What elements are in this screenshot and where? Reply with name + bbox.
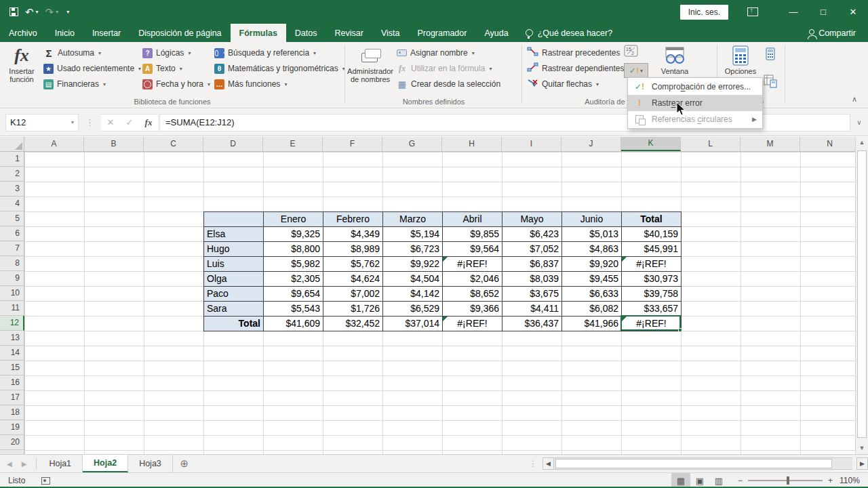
ribbon-item-rastrear-precedentes[interactable]: Rastrear precedentes [527, 46, 624, 60]
formula-bar-splitter[interactable]: ⋮ [79, 117, 101, 127]
table-cell[interactable]: Hugo [204, 242, 264, 257]
table-cell[interactable]: $41,609 [264, 317, 323, 331]
page-break-view-button[interactable]: ▥ [709, 473, 728, 488]
calculate-now-icon[interactable] [765, 47, 776, 61]
column-header-n[interactable]: N [800, 137, 860, 151]
ribbon-item-matematicas-y-trigonometricas[interactable]: θMatemáticas y trigonométricas▾ [214, 62, 345, 75]
undo-caret-icon[interactable]: ▾ [36, 9, 39, 15]
table-cell[interactable]: $5,982 [264, 257, 323, 272]
column-header-m[interactable]: M [741, 137, 800, 151]
selected-cell-outline[interactable] [620, 315, 681, 331]
menu-item-comprobacion-de-errores[interactable]: ✓!Comprobación de errores... [628, 79, 762, 95]
table-cell[interactable]: $6,633 [562, 287, 622, 302]
insert-function-button[interactable]: fx Insertar función [3, 44, 41, 96]
tab-programador[interactable]: Programador [408, 24, 475, 42]
prev-sheet-icon[interactable]: ◀ [7, 460, 12, 468]
table-cell[interactable]: $45,991 [622, 242, 682, 257]
ribbon-item-logicas[interactable]: ?Lógicas▾ [142, 46, 210, 60]
table-cell[interactable]: #¡REF! [443, 257, 502, 272]
name-manager-button[interactable]: Administrador de nombres [349, 44, 391, 96]
tab-inicio[interactable]: Inicio [46, 24, 83, 42]
row-header-11[interactable]: 11 [0, 301, 24, 316]
row-header-3[interactable]: 3 [0, 182, 24, 197]
row-header-4[interactable]: 4 [0, 197, 24, 211]
table-cell[interactable]: Elsa [204, 227, 264, 242]
ribbon-item-crear-desde-la-seleccion[interactable]: ▦Crear desde la selección [397, 77, 500, 91]
row-header-15[interactable]: 15 [0, 361, 24, 375]
row-header-9[interactable]: 9 [0, 271, 24, 286]
zoom-in-icon[interactable]: + [828, 476, 833, 485]
table-cell[interactable]: $4,863 [562, 242, 622, 257]
ribbon-item-quitar-flechas[interactable]: Quitar flechas▾ [527, 77, 624, 91]
table-cell[interactable]: $4,504 [383, 272, 443, 287]
table-cell[interactable]: $36,437 [502, 317, 562, 331]
sign-in-button[interactable]: Inic. ses. [680, 5, 728, 20]
table-cell[interactable]: $4,624 [323, 272, 383, 287]
tab-ayuda[interactable]: Ayuda [475, 24, 517, 42]
select-all-corner[interactable] [0, 137, 24, 152]
table-cell[interactable]: $6,529 [383, 302, 443, 317]
row-header-10[interactable]: 10 [0, 286, 24, 301]
table-cell[interactable]: $8,800 [264, 242, 323, 257]
next-sheet-icon[interactable]: ▶ [22, 460, 27, 468]
ribbon-item-busqueda-y-referencia[interactable]: Búsqueda y referencia▾ [214, 46, 345, 60]
row-header-17[interactable]: 17 [0, 390, 24, 405]
tab-insertar[interactable]: Insertar [83, 24, 130, 42]
spreadsheet-grid[interactable]: ABCDEFGHIJKLMN 1234567891011121314151617… [0, 137, 868, 454]
data-table[interactable]: EneroFebreroMarzoAbrilMayoJunioTotalElsa… [203, 211, 682, 331]
column-header-j[interactable]: J [561, 137, 621, 151]
row-header-13[interactable]: 13 [0, 331, 24, 346]
table-cell[interactable]: $2,305 [264, 272, 323, 287]
name-box-caret-icon[interactable]: ▾ [71, 119, 74, 125]
tabbar-splitter[interactable]: ⋮ [529, 459, 542, 468]
table-cell[interactable]: $7,002 [323, 287, 383, 302]
table-cell[interactable]: $6,837 [502, 257, 562, 272]
collapse-ribbon-icon[interactable]: ∧ [852, 95, 857, 104]
zoom-out-icon[interactable]: − [738, 476, 743, 485]
tab-archivo[interactable]: Archivo [0, 24, 46, 42]
sheet-tab-hoja3[interactable]: Hoja3 [128, 455, 173, 472]
row-header-5[interactable]: 5 [0, 211, 24, 226]
table-cell[interactable]: $37,014 [383, 317, 443, 331]
scroll-left-icon[interactable]: ◀ [542, 458, 554, 470]
horizontal-scrollbar[interactable]: ◀ ▶ [542, 458, 868, 470]
macro-record-icon[interactable] [41, 477, 50, 485]
tab-formulas[interactable]: Fórmulas [231, 24, 286, 42]
table-cell[interactable]: $6,082 [562, 302, 622, 317]
row-header-1[interactable]: 1 [0, 152, 24, 167]
maximize-button[interactable]: □ [808, 0, 838, 24]
ribbon-item-rastrear-dependientes[interactable]: Rastrear dependientes [527, 62, 624, 75]
table-cell[interactable]: $41,966 [562, 317, 622, 331]
table-cell[interactable]: $5,543 [264, 302, 323, 317]
column-header-c[interactable]: C [144, 137, 203, 151]
table-cell[interactable]: Paco [204, 287, 264, 302]
table-cell[interactable]: $9,366 [443, 302, 502, 317]
table-cell[interactable]: Olga [204, 272, 264, 287]
undo-icon[interactable]: ↶ [25, 6, 34, 18]
horizontal-scroll-thumb[interactable] [555, 459, 832, 468]
table-cell[interactable]: $3,675 [502, 287, 562, 302]
name-box[interactable]: K12 ▾ [5, 114, 79, 131]
table-header-cell[interactable] [204, 212, 264, 227]
tab-revisar[interactable]: Revisar [326, 24, 372, 42]
table-cell[interactable]: $32,452 [323, 317, 383, 331]
table-header-cell[interactable]: Febrero [323, 212, 383, 227]
table-cell[interactable]: $4,142 [383, 287, 443, 302]
column-header-e[interactable]: E [263, 137, 323, 151]
table-cell[interactable]: $33,657 [622, 302, 682, 317]
column-header-h[interactable]: H [442, 137, 502, 151]
row-header-6[interactable]: 6 [0, 226, 24, 241]
vertical-scroll-thumb[interactable] [857, 150, 867, 438]
table-cell[interactable]: $4,349 [323, 227, 383, 242]
column-header-i[interactable]: I [502, 137, 561, 151]
table-header-cell[interactable]: Abril [443, 212, 502, 227]
row-header-7[interactable]: 7 [0, 241, 24, 256]
table-cell[interactable]: $2,046 [443, 272, 502, 287]
table-cell[interactable]: $40,159 [622, 227, 682, 242]
zoom-slider-thumb[interactable] [787, 476, 789, 485]
table-header-cell[interactable]: Junio [562, 212, 622, 227]
expand-formula-bar-icon[interactable]: ∨ [850, 119, 868, 126]
row-header-19[interactable]: 19 [0, 420, 24, 435]
column-header-b[interactable]: B [84, 137, 144, 151]
ribbon-item-asignar-nombre[interactable]: Asignar nombre▾ [397, 46, 500, 60]
